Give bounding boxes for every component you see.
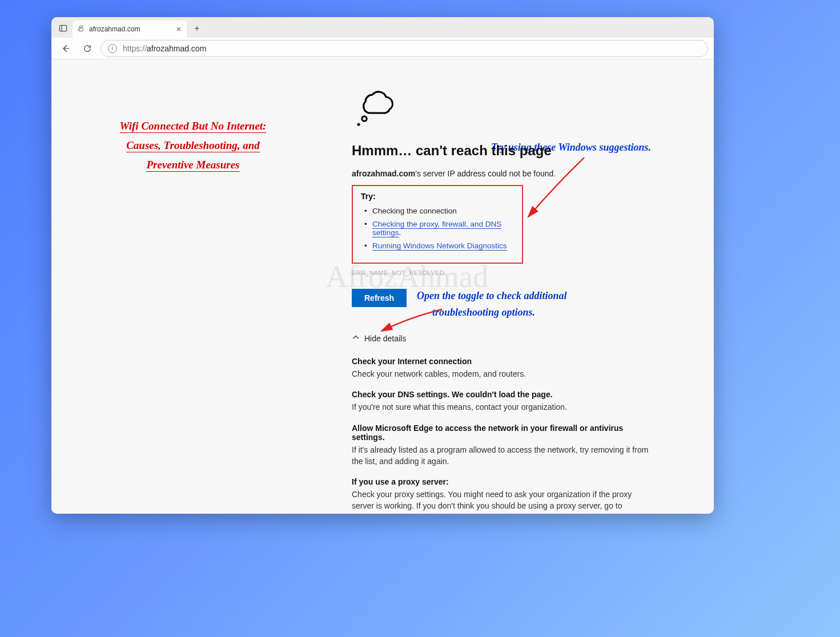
refresh-page-button[interactable]: Refresh xyxy=(352,289,407,307)
new-tab-button[interactable]: + xyxy=(189,21,205,37)
proxy-settings-link[interactable]: Checking the proxy, firewall, and DNS se… xyxy=(372,220,501,237)
try-item-proxy: Checking the proxy, firewall, and DNS se… xyxy=(364,220,514,237)
network-diagnostics-link[interactable]: Running Windows Network Diagnostics xyxy=(372,241,507,251)
error-message: afrozahmad.com's server IP address could… xyxy=(352,169,672,178)
detail-internet-connection: Check your Internet connection Check you… xyxy=(352,357,649,380)
thinking-cloud-icon xyxy=(352,89,672,132)
toolbar: i https://afrozahmad.com xyxy=(51,38,714,59)
error-panel: Hmmm… can't reach this page afrozahmad.c… xyxy=(352,89,672,514)
browser-window: afrozahmad.com × + i https://afrozahmad.… xyxy=(51,17,714,514)
details-toggle-label: Hide details xyxy=(364,334,406,343)
try-item-connection: Checking the connection xyxy=(364,207,514,215)
tab-title: afrozahmad.com xyxy=(89,25,171,33)
page-content: AfrozAhmad Wifi Connected But No Interne… xyxy=(51,59,714,514)
svg-point-6 xyxy=(357,123,360,126)
close-tab-icon[interactable]: × xyxy=(175,25,182,34)
svg-rect-0 xyxy=(59,25,66,31)
svg-point-5 xyxy=(362,116,367,121)
url-text: https://afrozahmad.com xyxy=(123,44,206,53)
address-bar[interactable]: i https://afrozahmad.com xyxy=(101,40,708,57)
detail-firewall: Allow Microsoft Edge to access the netwo… xyxy=(352,424,649,467)
error-heading: Hmmm… can't reach this page xyxy=(352,143,672,159)
chevron-up-icon xyxy=(352,333,360,343)
try-suggestions-box: Try: Checking the connection Checking th… xyxy=(352,185,523,264)
error-code: ERR_NAME_NOT_RESOLVED xyxy=(352,269,672,276)
try-item-diagnostics: Running Windows Network Diagnostics xyxy=(364,241,514,250)
lock-error-icon xyxy=(77,25,85,34)
detail-proxy: If you use a proxy server: Check your pr… xyxy=(352,477,649,514)
refresh-button[interactable] xyxy=(79,40,96,57)
detail-dns: Check your DNS settings. We couldn't loa… xyxy=(352,390,649,413)
tab-strip: afrozahmad.com × + xyxy=(51,17,714,38)
browser-tab[interactable]: afrozahmad.com × xyxy=(73,21,187,38)
tab-actions-icon[interactable] xyxy=(55,21,70,35)
annotation-title: Wifi Connected But No Internet: Causes, … xyxy=(102,116,284,175)
try-label: Try: xyxy=(361,192,514,201)
details-toggle[interactable]: Hide details xyxy=(352,333,672,343)
site-info-icon[interactable]: i xyxy=(108,44,117,53)
back-button[interactable] xyxy=(57,40,74,57)
